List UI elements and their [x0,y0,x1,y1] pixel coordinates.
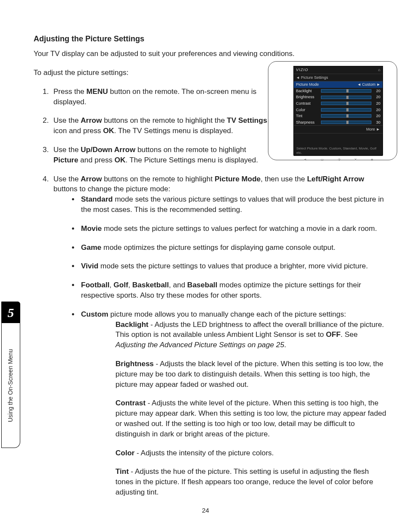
mode-sports: Football, Golf, Basketball, and Baseball… [79,280,387,301]
mode-standard: Standard mode sets the various picture s… [79,194,387,215]
mode-list: Standard mode sets the various picture s… [79,194,387,498]
section-heading: Adjusting the Picture Settings [34,34,387,44]
tv-row-tint: Tint20 [294,113,383,119]
tv-row-color: Color20 [294,107,383,113]
step-1: Press the MENU button on the remote. The… [51,87,269,107]
def-tint: Tint - Adjusts the hue of the picture. T… [115,467,387,497]
tv-brand: VIZIO [296,67,308,73]
intro-text: Your TV display can be adjusted to suit … [34,49,387,59]
mode-vivid: Vivid mode sets the picture settings to … [79,261,387,271]
mode-movie: Movie mode sets the picture settings to … [79,224,387,234]
tv-more: More ► [294,125,383,133]
tv-row-picture-mode: Picture Mode ◄ Custom ► [294,81,383,88]
tv-row-backlight: Backlight20 [294,88,383,94]
tv-bottom-icons: ◄ ▭ ⊘ ✕ ■ [294,156,383,163]
mode-game: Game mode optimizes the picture settings… [79,243,387,253]
def-backlight: Backlight - Adjusts the LED brightness t… [115,320,387,350]
tv-breadcrumb: ◄ Picture Settings [294,74,383,82]
custom-definitions: Backlight - Adjusts the LED brightness t… [115,320,387,498]
tv-row-contrast: Contrast20 [294,100,383,107]
tv-hint: Select Picture Mode. Custom, Standard, M… [294,133,383,156]
def-color: Color - Adjusts the intensity of the pic… [115,448,387,458]
tv-row-brightness: Brightness20 [294,94,383,100]
def-brightness: Brightness - Adjusts the black level of … [115,359,387,389]
mode-custom: Custom picture mode allows you to manual… [79,309,387,498]
def-contrast: Contrast - Adjusts the white level of th… [115,398,387,439]
step-2: Use the Arrow buttons on the remote to h… [51,115,269,136]
tv-screenshot: VIZIO ⌂ ◄ Picture Settings Picture Mode … [268,61,397,160]
page-number: 24 [0,506,411,515]
tv-row-sharpness: Sharpness30 [294,119,383,126]
step-4: Use the Arrow buttons on the remote to h… [51,174,387,498]
home-icon: ⌂ [378,67,380,73]
step-3: Use the Up/Down Arrow buttons on the rem… [51,145,269,165]
